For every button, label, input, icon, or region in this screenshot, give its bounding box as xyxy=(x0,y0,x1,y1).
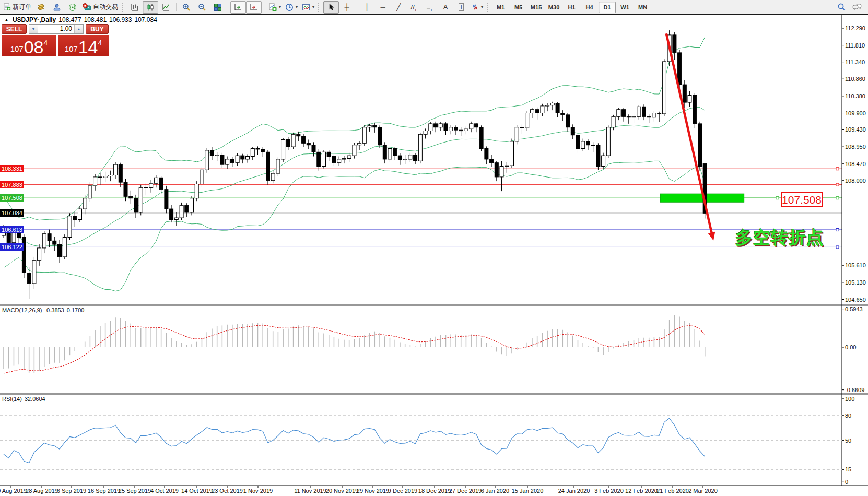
candle xyxy=(576,134,580,153)
candle xyxy=(541,104,544,116)
flag-handle[interactable] xyxy=(776,197,779,199)
candle xyxy=(159,176,163,194)
trade-panel-toggle-icon[interactable]: ▲ xyxy=(4,17,9,22)
timeframe-M5[interactable]: M5 xyxy=(510,2,527,13)
volume-decrease-button[interactable]: ▼ xyxy=(29,25,38,33)
candle xyxy=(637,105,641,120)
timeframe-H1[interactable]: H1 xyxy=(563,2,580,13)
indicators-dropdown-caret[interactable]: ▾ xyxy=(279,5,281,9)
templates-dropdown-caret[interactable]: ▾ xyxy=(312,5,314,9)
toolbar-grip[interactable] xyxy=(318,3,322,12)
timeframe-M15[interactable]: M15 xyxy=(527,2,545,13)
signals-button[interactable] xyxy=(65,1,80,14)
text-tool-button[interactable]: A xyxy=(438,1,453,14)
candle xyxy=(408,153,412,162)
mt4-terminal: 新订单 自动交易 xyxy=(0,0,868,496)
auto-trading-button[interactable]: 自动交易 xyxy=(80,1,120,14)
hline-handle[interactable] xyxy=(836,229,839,231)
crosshair-tool-button[interactable]: ┼ xyxy=(339,1,355,14)
templates-button[interactable]: ▾ xyxy=(300,1,316,14)
text-label-tool-button[interactable]: T xyxy=(453,1,469,14)
candle xyxy=(165,186,168,213)
new-order-button[interactable]: 新订单 xyxy=(1,1,33,14)
date-axis-label: 3 Feb 2020 xyxy=(587,488,631,494)
highlight-zone[interactable] xyxy=(660,194,744,202)
sell-button[interactable]: SELL xyxy=(2,24,27,34)
candle xyxy=(622,108,626,122)
date-axis-label: 23 Oct 2019 xyxy=(205,488,249,494)
vertical-line-tool-button[interactable]: │ xyxy=(359,1,375,14)
search-button[interactable] xyxy=(834,1,849,14)
candle xyxy=(581,139,585,152)
price-axis-label: 105.610 xyxy=(845,262,866,269)
volume-input[interactable]: 1.00 xyxy=(38,25,74,33)
candlestick-mode-button[interactable] xyxy=(143,1,158,14)
candle xyxy=(53,237,56,251)
trend-arrow[interactable] xyxy=(666,33,712,234)
candle xyxy=(174,212,178,226)
sell-price-display[interactable]: 107 08 4 xyxy=(2,35,56,56)
toolbar-chart-divider xyxy=(0,14,868,15)
date-axis-label: 19 Aug 2019 xyxy=(0,488,32,494)
turning-point-annotation[interactable]: 多空转折点 xyxy=(735,226,824,250)
candle xyxy=(281,138,285,162)
chart-shift-button[interactable] xyxy=(246,1,262,14)
fibonacci-sub-label: F xyxy=(431,8,433,12)
periods-button[interactable]: ▾ xyxy=(283,1,300,14)
arrows-dropdown-caret[interactable]: ▾ xyxy=(481,5,483,9)
bar-chart-mode-button[interactable] xyxy=(127,1,143,14)
sell-price-main: 08 xyxy=(24,39,44,55)
hline-handle[interactable] xyxy=(836,168,839,170)
candle xyxy=(688,91,691,107)
buy-price-display[interactable]: 107 14 4 xyxy=(58,35,109,56)
timeframe-D1[interactable]: D1 xyxy=(599,2,616,13)
candle xyxy=(42,231,46,253)
timeframe-M1[interactable]: M1 xyxy=(492,2,509,13)
chart-shift-icon xyxy=(250,3,258,11)
channel-tool-button[interactable]: //E xyxy=(406,1,422,14)
zoom-in-button[interactable] xyxy=(179,1,194,14)
auto-scroll-button[interactable] xyxy=(230,1,246,14)
date-axis-label: 16 Sep 2019 xyxy=(82,488,126,494)
timeframe-M30[interactable]: M30 xyxy=(545,2,562,13)
tile-windows-button[interactable] xyxy=(210,1,226,14)
line-chart-mode-button[interactable] xyxy=(158,1,174,14)
candle xyxy=(596,143,600,170)
candle xyxy=(332,154,336,166)
toolbar-grip[interactable] xyxy=(122,3,125,12)
hline-handle[interactable] xyxy=(836,183,839,186)
candle xyxy=(98,173,102,185)
timeframe-H4[interactable]: H4 xyxy=(581,2,598,13)
hline-handle[interactable] xyxy=(836,246,839,249)
indicators-button[interactable]: ▾ xyxy=(266,1,283,14)
toolbar-grip[interactable] xyxy=(487,3,490,12)
candle xyxy=(362,125,366,146)
candle xyxy=(83,195,87,214)
arrows-tool-button[interactable]: ▾ xyxy=(469,1,485,14)
toolbar-separator xyxy=(176,3,177,11)
horizontal-line-icon: ─ xyxy=(380,4,385,10)
candle xyxy=(63,234,66,259)
candle xyxy=(302,134,306,147)
trendline-tool-button[interactable]: ╱ xyxy=(391,1,406,14)
timeframe-W1[interactable]: W1 xyxy=(616,2,634,13)
text-tool-icon: A xyxy=(443,4,448,10)
zoom-out-button[interactable] xyxy=(194,1,210,14)
cursor-tool-button[interactable] xyxy=(323,1,339,14)
price-flag-annotation[interactable]: 107.508 xyxy=(781,192,823,207)
periods-dropdown-caret[interactable]: ▾ xyxy=(296,5,298,9)
timeframe-MN[interactable]: MN xyxy=(634,2,651,13)
volume-increase-button[interactable]: ▲ xyxy=(74,25,83,33)
candle xyxy=(78,206,82,222)
fibonacci-tool-button[interactable]: ≡F xyxy=(422,1,438,14)
candle xyxy=(220,153,224,168)
horizontal-line-tool-button[interactable]: ─ xyxy=(375,1,391,14)
buy-button[interactable]: BUY xyxy=(86,24,109,34)
flag-handle[interactable] xyxy=(836,197,839,199)
candle xyxy=(662,59,666,116)
toolbar-separator xyxy=(357,3,357,11)
community-button[interactable] xyxy=(49,1,65,14)
candle xyxy=(439,122,442,131)
market-watch-button[interactable] xyxy=(33,1,49,14)
chat-button[interactable] xyxy=(849,1,865,14)
